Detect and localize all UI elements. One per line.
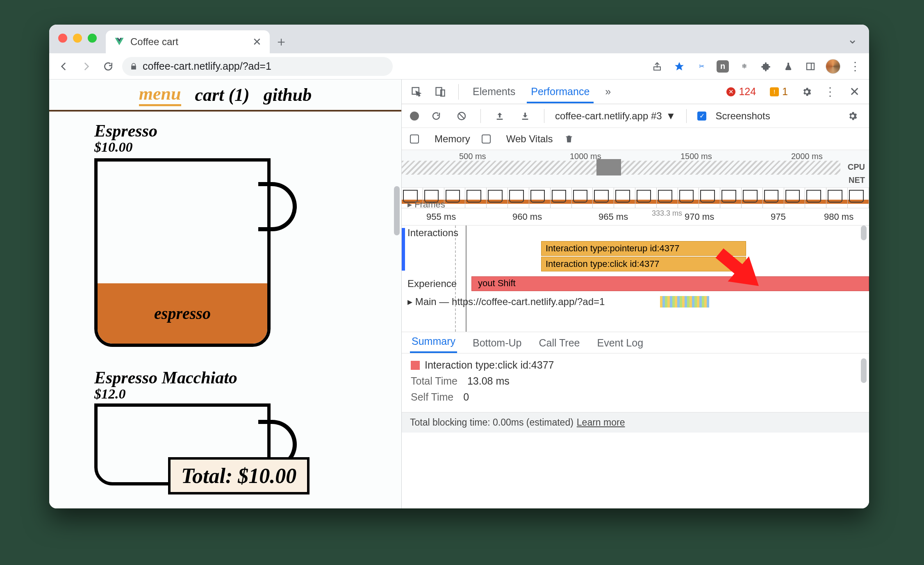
url-text: coffee-cart.netlify.app/?ad=1 bbox=[143, 60, 271, 72]
minimize-window-icon[interactable] bbox=[73, 34, 82, 43]
cup-body-icon: espresso bbox=[94, 158, 271, 347]
layout-shift-bar[interactable] bbox=[471, 276, 869, 291]
devtools-close-icon[interactable]: ✕ bbox=[846, 84, 863, 100]
screenshot-filmstrip[interactable] bbox=[402, 188, 869, 208]
lock-icon bbox=[130, 62, 138, 71]
device-toggle-icon[interactable] bbox=[432, 84, 448, 100]
screenshots-label: Screenshots bbox=[715, 110, 770, 122]
summary-scrollbar[interactable] bbox=[861, 358, 867, 383]
download-profile-icon[interactable] bbox=[517, 108, 533, 124]
tab-strip: Coffee cart ✕ ＋ ⌄ bbox=[49, 25, 869, 53]
flame-ruler[interactable]: ▸ Frames 955 ms 960 ms 965 ms 333.3 ms 9… bbox=[402, 208, 869, 226]
page-scrollbar[interactable] bbox=[394, 186, 400, 235]
subtab-calltree[interactable]: Call Tree bbox=[537, 333, 581, 353]
svg-rect-12 bbox=[522, 118, 528, 120]
cart-total[interactable]: Total: $10.00 bbox=[168, 457, 310, 494]
frames-track-label: ▸ Frames bbox=[407, 199, 445, 210]
subtab-bottomup[interactable]: Bottom-Up bbox=[471, 333, 523, 353]
svg-marker-13 bbox=[709, 244, 769, 297]
tbt-text: Total blocking time: 0.00ms (estimated) bbox=[410, 417, 574, 428]
selection-marker bbox=[402, 228, 405, 271]
overview-tick: 500 ms bbox=[459, 152, 486, 161]
ruler-tick: 975 bbox=[771, 212, 786, 222]
devtools-panel: Elements Performance » ✕124 !1 ⋮ ✕ bbox=[402, 80, 869, 508]
extension-react-icon[interactable]: ❄ bbox=[737, 59, 751, 73]
coffee-fill-label: espresso bbox=[98, 283, 267, 344]
back-button[interactable] bbox=[56, 58, 72, 75]
browser-tab[interactable]: Coffee cart ✕ bbox=[106, 30, 270, 53]
perf-options: Memory Web Vitals bbox=[402, 128, 869, 150]
main-thread-header: Main — https://coffee-cart.netlify.app/?… bbox=[415, 296, 605, 307]
svg-line-10 bbox=[459, 114, 464, 118]
webvitals-label: Web Vitals bbox=[506, 133, 553, 145]
main-tasks[interactable] bbox=[660, 296, 709, 308]
overview-tick: 2000 ms bbox=[791, 152, 823, 161]
flame-scrollbar[interactable] bbox=[861, 226, 867, 240]
summary-title: Interaction type:click id:4377 bbox=[425, 359, 554, 371]
nav-menu[interactable]: menu bbox=[139, 83, 181, 106]
zoom-window-icon[interactable] bbox=[88, 34, 97, 43]
subtab-eventlog[interactable]: Event Log bbox=[596, 333, 645, 353]
tab-overflow-icon[interactable]: ⌄ bbox=[847, 32, 858, 46]
tbt-learn-more[interactable]: Learn more bbox=[577, 417, 625, 428]
svg-rect-11 bbox=[497, 118, 503, 120]
chrome-menu-icon[interactable]: ⋮ bbox=[849, 59, 863, 73]
experience-header: Experience bbox=[407, 278, 457, 289]
labs-flask-icon[interactable] bbox=[781, 59, 795, 73]
forward-button[interactable] bbox=[78, 58, 94, 75]
inspect-element-icon[interactable] bbox=[408, 84, 425, 100]
product-mug[interactable]: espresso bbox=[94, 158, 283, 351]
cpu-overview bbox=[402, 161, 840, 175]
gc-trash-icon[interactable] bbox=[564, 134, 574, 144]
page-viewport: menu cart (1) github Espresso $10.00 esp… bbox=[49, 80, 402, 508]
product-title: Espresso bbox=[94, 122, 385, 139]
upload-profile-icon[interactable] bbox=[492, 108, 508, 124]
tab-title: Coffee cart bbox=[130, 36, 178, 48]
overview-tick: 1500 ms bbox=[680, 152, 712, 161]
window-controls bbox=[58, 34, 97, 43]
scissors-extension-icon[interactable]: ✂ bbox=[694, 59, 708, 73]
profile-select[interactable]: coffee-cart.netlify.app #3 ▼ bbox=[555, 110, 676, 122]
overview-marker bbox=[596, 159, 621, 175]
nav-github[interactable]: github bbox=[264, 84, 312, 105]
devtools-settings-icon[interactable] bbox=[799, 84, 815, 100]
profile-avatar[interactable] bbox=[826, 59, 840, 74]
new-tab-button[interactable]: ＋ bbox=[270, 30, 293, 53]
warning-count[interactable]: !1 bbox=[767, 85, 791, 98]
bookmark-star-icon[interactable] bbox=[672, 59, 686, 73]
reload-button[interactable] bbox=[100, 58, 116, 75]
reload-record-icon[interactable] bbox=[428, 108, 444, 124]
capture-settings-icon[interactable] bbox=[844, 108, 861, 124]
close-window-icon[interactable] bbox=[58, 34, 67, 43]
product2-title: Espresso Macchiato bbox=[94, 369, 385, 386]
self-time-value: 0 bbox=[463, 391, 469, 403]
memory-label: Memory bbox=[435, 133, 470, 145]
svg-rect-4 bbox=[807, 63, 814, 70]
address-bar[interactable]: coffee-cart.netlify.app/?ad=1 bbox=[122, 57, 393, 76]
screenshots-checkbox[interactable]: ✓ bbox=[697, 112, 706, 121]
tab-elements[interactable]: Elements bbox=[469, 80, 519, 103]
extension-n-icon[interactable]: n bbox=[717, 60, 729, 73]
summary-pane: Interaction type:click id:4377 Total Tim… bbox=[402, 353, 869, 409]
ruler-tick: 960 ms bbox=[512, 212, 542, 222]
nav-cart[interactable]: cart (1) bbox=[195, 84, 250, 105]
clear-icon[interactable] bbox=[453, 108, 470, 124]
extensions-puzzle-icon[interactable] bbox=[759, 59, 773, 73]
tab-overflow[interactable]: » bbox=[601, 80, 615, 103]
webvitals-checkbox[interactable] bbox=[482, 134, 491, 144]
close-tab-icon[interactable]: ✕ bbox=[253, 36, 262, 48]
ruler-tick: 970 ms bbox=[685, 212, 714, 222]
sidepanel-icon[interactable] bbox=[803, 59, 817, 73]
share-icon[interactable] bbox=[650, 59, 664, 73]
timeline-overview[interactable]: 500 ms 1000 ms 1500 ms 2000 ms CPU NET bbox=[402, 150, 869, 188]
perf-toolbar: coffee-cart.netlify.app #3 ▼ ✓ Screensho… bbox=[402, 104, 869, 128]
memory-checkbox[interactable] bbox=[410, 134, 419, 144]
layout-shift-text: yout Shift bbox=[478, 278, 516, 289]
flame-chart[interactable]: Interactions Interaction type:pointerup … bbox=[402, 226, 869, 332]
subtab-summary[interactable]: Summary bbox=[410, 331, 457, 353]
error-count[interactable]: ✕124 bbox=[723, 85, 759, 98]
record-button[interactable] bbox=[410, 112, 419, 121]
ruler-tick: 955 ms bbox=[426, 212, 456, 222]
tab-performance[interactable]: Performance bbox=[527, 80, 594, 103]
devtools-menu-icon[interactable]: ⋮ bbox=[822, 84, 839, 100]
